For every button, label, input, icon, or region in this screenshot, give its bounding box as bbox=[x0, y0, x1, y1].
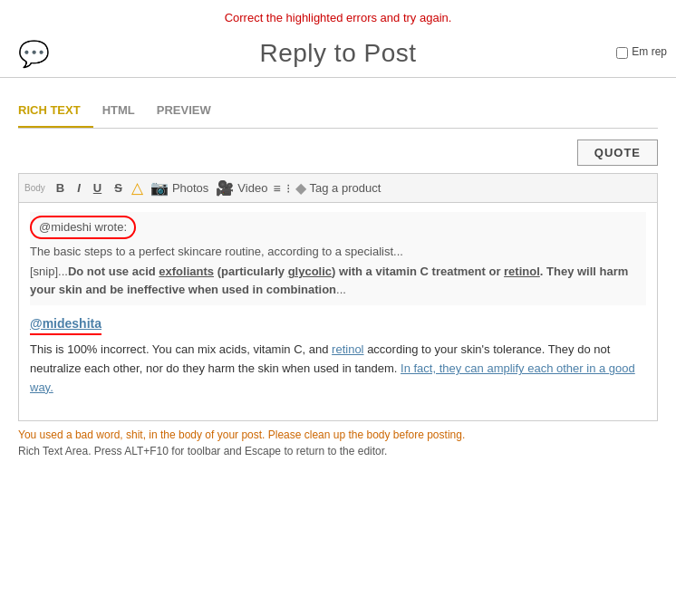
header: 💬 Reply to Post bbox=[0, 30, 676, 78]
tab-rich-text[interactable]: RICH TEXT bbox=[18, 96, 93, 128]
strikethrough-button[interactable]: S bbox=[111, 179, 126, 197]
retinol-link: retinol bbox=[332, 342, 363, 356]
video-icon: 🎥 bbox=[214, 178, 236, 198]
tag-product-label: Tag a product bbox=[310, 181, 381, 195]
tab-preview[interactable]: PREVIEW bbox=[157, 96, 224, 128]
hint-text: Rich Text Area. Press ALT+F10 for toolba… bbox=[18, 445, 658, 457]
italic-button[interactable]: I bbox=[73, 179, 84, 197]
email-notification-area: Em rep bbox=[616, 45, 667, 59]
unordered-list-icon: ⁝ bbox=[286, 181, 290, 196]
reply-section: @mideshita This is 100% incorrect. You c… bbox=[30, 314, 646, 398]
fact-link: In fact, they can amplify each other in … bbox=[30, 361, 635, 394]
quoted-block: @mideshi wrote: The basic steps to a per… bbox=[30, 212, 646, 305]
editor-container[interactable]: @mideshi wrote: The basic steps to a per… bbox=[18, 202, 658, 421]
video-label: Video bbox=[237, 181, 267, 195]
editor-inner[interactable]: @mideshi wrote: The basic steps to a per… bbox=[19, 203, 657, 420]
tabs-row: RICH TEXT HTML PREVIEW bbox=[18, 96, 658, 129]
photos-group: 📷 Photos bbox=[149, 178, 208, 198]
quoted-author: @mideshi wrote: bbox=[30, 216, 136, 239]
diamond-icon: ◆ bbox=[295, 179, 306, 197]
quote-button[interactable]: QUOTE bbox=[577, 140, 658, 166]
reply-author: @mideshita bbox=[30, 314, 101, 336]
body-label: Body bbox=[24, 183, 45, 193]
ordered-list-icon: ≡ bbox=[273, 181, 280, 196]
error-banner: Correct the highlighted errors and try a… bbox=[0, 0, 676, 30]
reply-text: This is 100% incorrect. You can mix acid… bbox=[30, 341, 646, 397]
editor-toolbar: Body B I U S △ 📷 Photos 🎥 Video ≡ ⁝ ◆ Ta… bbox=[18, 173, 658, 202]
email-label: Em rep bbox=[632, 45, 667, 58]
body-error-message: You used a bad word, shit, in the body o… bbox=[18, 428, 658, 441]
quoted-body: [snip]...Do not use acid exfoliants (par… bbox=[30, 263, 646, 299]
camera-icon: 📷 bbox=[149, 178, 170, 198]
tag-product-button[interactable]: ◆ Tag a product bbox=[295, 179, 381, 197]
video-group: 🎥 Video bbox=[214, 178, 267, 198]
main-content: RICH TEXT HTML PREVIEW QUOTE Body B I U … bbox=[0, 78, 676, 457]
page-title: Reply to Post bbox=[18, 39, 658, 68]
chat-icon: 💬 bbox=[18, 39, 50, 69]
email-checkbox[interactable] bbox=[616, 47, 628, 59]
photos-label: Photos bbox=[172, 181, 208, 195]
quoted-line1: The basic steps to a perfect skincare ro… bbox=[30, 243, 646, 261]
underline-button[interactable]: U bbox=[90, 179, 105, 197]
quote-btn-row: QUOTE bbox=[18, 140, 658, 166]
tab-html[interactable]: HTML bbox=[102, 96, 148, 128]
bold-button[interactable]: B bbox=[53, 179, 68, 197]
warning-icon: △ bbox=[131, 178, 143, 197]
